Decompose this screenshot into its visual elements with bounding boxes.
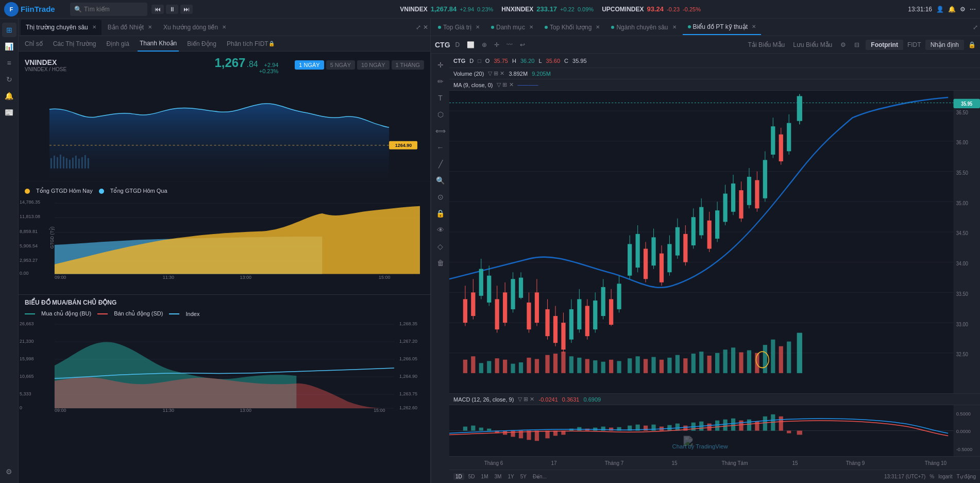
- undo-btn[interactable]: ↩: [518, 40, 527, 49]
- time-btn-10d[interactable]: 10 NGÀY: [357, 60, 389, 70]
- svg-text:21,330: 21,330: [20, 339, 33, 344]
- tab-danh-muc-close[interactable]: ✕: [529, 24, 533, 30]
- search-input[interactable]: [84, 6, 141, 13]
- topbar-settings-icon[interactable]: ⚙: [960, 6, 966, 13]
- sidebar-icon-refresh[interactable]: ↻: [2, 72, 16, 87]
- topbar-more-icon[interactable]: ⋯: [970, 6, 976, 13]
- svg-rect-245: [747, 420, 751, 431]
- zoom-in-btn[interactable]: 🔍: [433, 173, 448, 188]
- upcomindex-item[interactable]: UPCOMINDEX 93.24 -0.23 -0.25%: [602, 5, 701, 13]
- footprint-btn[interactable]: Footprint: [866, 40, 903, 50]
- sidebar-icon-list[interactable]: ≡: [2, 56, 16, 70]
- time-btn-1d[interactable]: 1 NGÀY: [295, 60, 324, 70]
- nav-controls: ⏮ ⏸ ⏭: [151, 5, 193, 14]
- load-template-btn[interactable]: Tải Biểu Mẫu: [746, 40, 787, 49]
- eye-btn[interactable]: 👁: [433, 223, 448, 237]
- sidebar-icon-newspaper[interactable]: 📰: [2, 105, 16, 120]
- line-draw-btn[interactable]: ╱: [433, 157, 448, 171]
- expand-icon[interactable]: ⤢: [416, 24, 421, 31]
- btn-5d[interactable]: 5D: [466, 473, 477, 480]
- topbar-bell-icon[interactable]: 🔔: [948, 6, 956, 13]
- btn-1d[interactable]: 1D: [453, 473, 464, 480]
- subtab-dinh-gia[interactable]: Định giá: [105, 36, 131, 52]
- drawing-tools: ✛ ✏ T ⬡ ⟺ ← ╱ 🔍 ⊙ 🔒 👁 ◇ 🗑: [431, 54, 449, 483]
- time-btn-1m[interactable]: 1 THÁNG: [392, 60, 424, 70]
- btn-3m[interactable]: 3M: [493, 473, 504, 480]
- nhan-dinh-btn[interactable]: Nhận định: [925, 40, 964, 50]
- magnet-btn[interactable]: ⊙: [433, 190, 448, 204]
- tab-top-gia-tri-close[interactable]: ✕: [476, 24, 480, 30]
- sidebar-icon-home[interactable]: ⊞: [2, 23, 16, 37]
- svg-rect-135: [731, 184, 735, 212]
- hnxindex-item[interactable]: HNXINDEX 233.17 +0.22 0.09%: [501, 5, 594, 13]
- tab-ban-do[interactable]: Bản đồ Nhiệt ✕: [103, 20, 157, 35]
- subtab-chi-so[interactable]: Chỉ số: [23, 36, 45, 52]
- eraser-btn[interactable]: ◇: [433, 239, 448, 254]
- interval-btn[interactable]: D: [453, 40, 462, 49]
- ma-line-preview: ————: [518, 82, 538, 88]
- svg-rect-131: [715, 210, 719, 239]
- tab-ban-do-close[interactable]: ✕: [148, 24, 152, 30]
- nav-play-btn[interactable]: ⏸: [166, 5, 178, 14]
- btn-5y[interactable]: 5Y: [518, 473, 529, 480]
- tab-bieu-do-pt-close[interactable]: ✕: [752, 24, 756, 29]
- time-btn-5d[interactable]: 5 NGÀY: [326, 60, 355, 70]
- settings-chart-btn[interactable]: ⚙: [838, 40, 848, 49]
- crosshair-btn[interactable]: ✛: [492, 40, 501, 49]
- tab-thi-truong[interactable]: Thị trường chuyên sâu ✕: [21, 20, 102, 35]
- crosshair-draw-btn[interactable]: ✛: [433, 58, 448, 72]
- subtab-phan-tich[interactable]: Phân tích FIDT 🔒: [225, 36, 277, 52]
- svg-text:26,663: 26,663: [20, 321, 33, 326]
- volume-controls: ▽ ⊞ ✕: [488, 70, 504, 77]
- btn-1m[interactable]: 1M: [479, 473, 491, 480]
- save-template-btn[interactable]: Lưu Biểu Mẫu: [791, 40, 834, 49]
- layout-btn[interactable]: ⊟: [852, 40, 861, 49]
- close-panel-icon[interactable]: ✕: [423, 24, 428, 31]
- svg-rect-129: [707, 221, 712, 249]
- price-line-chart: 1264.90: [19, 78, 430, 181]
- tab-top-khoi-luong[interactable]: Top Khối lượng ✕: [539, 20, 605, 35]
- back-btn[interactable]: ←: [433, 140, 448, 155]
- tab-danh-muc[interactable]: Danh mục ✕: [486, 20, 538, 35]
- measure-btn[interactable]: ⟺: [433, 124, 448, 138]
- tab-xu-huong-close[interactable]: ✕: [222, 24, 226, 30]
- svg-rect-8: [63, 157, 64, 169]
- expand-right-icon[interactable]: ⤢: [973, 24, 978, 31]
- shapes-btn[interactable]: ⬡: [433, 107, 448, 122]
- tab-top-gia-tri[interactable]: Top Giá trị ✕: [433, 20, 485, 35]
- lock-draw-btn[interactable]: 🔒: [433, 206, 448, 221]
- subtab-bien-dong[interactable]: Biến Động: [185, 36, 218, 52]
- nav-next-btn[interactable]: ⏭: [180, 5, 193, 14]
- vnindex-item[interactable]: VNINDEX 1,267.84 +2.94 0.23%: [400, 5, 493, 13]
- candle-type-btn[interactable]: ⬜: [465, 40, 477, 49]
- sidebar-icon-gear[interactable]: ⚙: [2, 464, 16, 479]
- btn-1y[interactable]: 1Y: [505, 473, 516, 480]
- nhan-dinh-lock-icon: 🔒: [968, 41, 976, 48]
- tab-bieu-do-pt[interactable]: Biểu đồ PT kỹ thuật ✕: [683, 20, 762, 35]
- trash-btn[interactable]: 🗑: [433, 256, 448, 270]
- pencil-btn[interactable]: ✏: [433, 74, 448, 89]
- logo[interactable]: F FiinTrade: [4, 2, 66, 16]
- topbar-user-icon[interactable]: 👤: [936, 6, 944, 13]
- tab-nganh-close[interactable]: ✕: [672, 24, 677, 30]
- search-box[interactable]: 🔍: [70, 3, 147, 16]
- upcomindex-change: -0.23: [667, 6, 680, 12]
- svg-text:15:00: 15:00: [379, 275, 391, 279]
- svg-rect-143: [763, 160, 767, 198]
- indicator-btn[interactable]: 〰: [504, 40, 515, 49]
- tab-nganh[interactable]: Ngành chuyên sâu ✕: [606, 20, 681, 35]
- svg-text:35.00: 35.00: [956, 199, 968, 206]
- subtab-cac-thi-truong[interactable]: Các Thị Trường: [51, 36, 98, 52]
- tab-xu-huong[interactable]: Xu hướng dòng tiền ✕: [158, 20, 231, 35]
- nav-prev-btn[interactable]: ⏮: [151, 5, 164, 14]
- volume-bar: Volume (20) ▽ ⊞ ✕ 3.892M 9.205M: [449, 68, 980, 79]
- tab-thi-truong-close[interactable]: ✕: [92, 24, 96, 30]
- text-btn[interactable]: T: [433, 91, 448, 105]
- subtab-thanh-khoan[interactable]: Thanh Khoản: [138, 36, 179, 52]
- compare-btn[interactable]: ⊕: [480, 40, 489, 49]
- main-candlestick-chart[interactable]: 36.50 36.00 35.50 35.00 34.50 34.00 33.5…: [449, 91, 980, 393]
- tab-top-khoi-luong-close[interactable]: ✕: [596, 24, 600, 30]
- btn-den[interactable]: Đến...: [531, 473, 549, 480]
- sidebar-icon-bell[interactable]: 🔔: [2, 89, 16, 103]
- sidebar-icon-chart[interactable]: 📊: [2, 39, 16, 54]
